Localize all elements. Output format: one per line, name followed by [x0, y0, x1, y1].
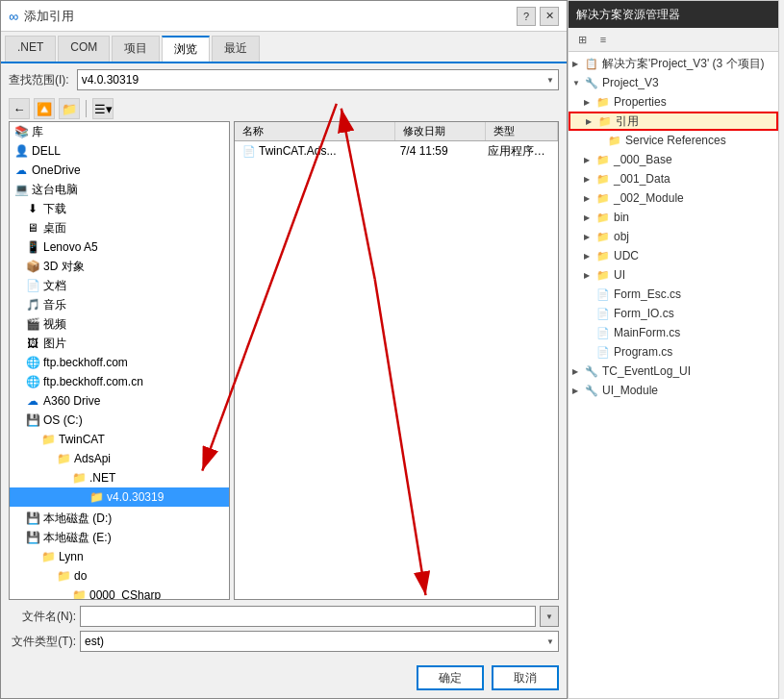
filetype-combo[interactable]: est) ▼: [80, 631, 559, 652]
se-label-project: Project_V3: [602, 76, 659, 89]
tree-item-onedrive[interactable]: ☁ OneDrive: [10, 161, 229, 180]
tree-label-drive-e: 本地磁盘 (E:): [43, 530, 112, 546]
se-mainform[interactable]: 📄 MainForm.cs: [569, 323, 778, 342]
bottom-area: 文件名(N): ▼ 文件类型(T): est) ▼: [1, 600, 567, 662]
se-program[interactable]: 📄 Program.cs: [569, 342, 778, 362]
col-name[interactable]: 名称: [235, 122, 395, 140]
se-references[interactable]: ▶ 📁 引用: [569, 112, 778, 131]
se-ui[interactable]: ▶ 📁 UI: [569, 265, 778, 285]
tab-com[interactable]: COM: [58, 36, 110, 62]
tree-item-drive-e[interactable]: 💾 本地磁盘 (E:): [10, 528, 229, 547]
tab-dotnet[interactable]: .NET: [5, 36, 56, 62]
se-002module[interactable]: ▶ 📁 _002_Module: [569, 188, 778, 208]
se-titlebar: 解决方案资源管理器: [569, 1, 778, 28]
twincat-icon: 📁: [40, 432, 56, 447]
se-label-bin: bin: [614, 211, 629, 224]
tree-item-music[interactable]: 🎵 音乐: [10, 295, 229, 314]
tree-label-lynn: Lynn: [59, 550, 84, 563]
help-button[interactable]: ?: [517, 7, 536, 26]
file-tree-panel: 📚 库 👤 DELL ☁ OneDrive 💻 这台电脑 ⬇ 下载: [9, 121, 230, 600]
tree-item-dotnet[interactable]: 📁 .NET: [10, 468, 229, 487]
se-obj[interactable]: ▶ 📁 obj: [569, 227, 778, 246]
tree-item-os-c[interactable]: 💾 OS (C:): [10, 411, 229, 430]
tree-item-adsapi[interactable]: 📁 AdsApi: [10, 449, 229, 468]
music-icon: 🎵: [25, 297, 40, 312]
tree-item-twincat[interactable]: 📁 TwinCAT: [10, 430, 229, 449]
tree-item-docs[interactable]: 📄 文档: [10, 276, 229, 295]
pictures-icon: 🖼: [25, 336, 40, 351]
search-combo[interactable]: v4.0.30319 ▼: [77, 69, 559, 90]
file-list-panel: 名称 修改日期 类型 📄 TwinCAT.Ads... 7/4 11:59 应用…: [234, 121, 559, 600]
se-label-mainform: MainForm.cs: [614, 326, 680, 339]
tree-item-video[interactable]: 🎬 视频: [10, 314, 229, 334]
bin-icon: 📁: [595, 210, 611, 225]
se-000base[interactable]: ▶ 📁 _000_Base: [569, 150, 778, 169]
tree-label-pictures: 图片: [43, 336, 66, 352]
new-folder-button[interactable]: 📁: [59, 98, 80, 119]
se-label-service: Service References: [625, 134, 726, 147]
tree-item-csharp[interactable]: 📁 0000_CSharp: [10, 586, 229, 599]
ftp1-icon: 🌐: [25, 355, 40, 370]
tree-item-ftp1[interactable]: 🌐 ftp.beckhoff.com: [10, 353, 229, 372]
tab-browse[interactable]: 浏览: [162, 36, 210, 62]
file-list-scroll[interactable]: 📄 TwinCAT.Ads... 7/4 11:59 应用程序扩展: [235, 141, 558, 599]
se-bin[interactable]: ▶ 📁 bin: [569, 208, 778, 227]
se-toolbar-btn-2[interactable]: ≡: [594, 30, 613, 49]
tree-item-desktop[interactable]: 🖥 桌面: [10, 218, 229, 237]
dialog-icon: ∞: [9, 9, 18, 24]
back-icon: ←: [13, 102, 26, 116]
tree-item-do[interactable]: 📁 do: [10, 566, 229, 586]
filename-input[interactable]: [80, 606, 536, 627]
tree-item-dell[interactable]: 👤 DELL: [10, 141, 229, 161]
file-row-0[interactable]: 📄 TwinCAT.Ads... 7/4 11:59 应用程序扩展: [235, 141, 558, 161]
se-form-esc[interactable]: 📄 Form_Esc.cs: [569, 285, 778, 304]
se-toolbar-btn-1[interactable]: ⊞: [572, 30, 592, 49]
se-label-solution: 解决方案'Project_V3' (3 个项目): [602, 56, 765, 72]
se-form-io[interactable]: 📄 Form_IO.cs: [569, 304, 778, 323]
view-button[interactable]: ☰▾: [92, 98, 114, 119]
tree-item-drive-d[interactable]: 💾 本地磁盘 (D:): [10, 509, 229, 528]
properties-icon: 📁: [595, 94, 611, 110]
drive-d-icon: 💾: [25, 511, 40, 526]
se-service-refs[interactable]: 📁 Service References: [569, 131, 778, 150]
tree-item-thispc[interactable]: 💻 这台电脑: [10, 180, 229, 199]
file-tree-scroll[interactable]: 📚 库 👤 DELL ☁ OneDrive 💻 这台电脑 ⬇ 下载: [10, 122, 229, 599]
se-solution[interactable]: ▶ 📋 解决方案'Project_V3' (3 个项目): [569, 54, 778, 73]
search-combo-arrow: ▼: [546, 76, 554, 85]
se-tc-eventlog[interactable]: ▶ 🔧 TC_EventLog_UI: [569, 362, 778, 381]
tree-item-3d[interactable]: 📦 3D 对象: [10, 257, 229, 276]
back-button[interactable]: ←: [9, 98, 30, 119]
se-udc[interactable]: ▶ 📁 UDC: [569, 246, 778, 265]
confirm-button[interactable]: 确定: [417, 665, 484, 690]
se-label-form-io: Form_IO.cs: [614, 307, 674, 320]
tree-item-pictures[interactable]: 🖼 图片: [10, 334, 229, 353]
tree-label-docs: 文档: [43, 278, 66, 294]
filename-combo-btn[interactable]: ▼: [540, 606, 559, 627]
tree-item-ftp2[interactable]: 🌐 ftp.beckhoff.com.cn: [10, 372, 229, 391]
tree-item-download[interactable]: ⬇ 下载: [10, 199, 229, 218]
se-project-v3[interactable]: ▼ 🔧 Project_V3: [569, 73, 778, 92]
tree-label-thispc: 这台电脑: [32, 182, 78, 198]
tree-item-lenovo[interactable]: 📱 Lenovo A5: [10, 237, 229, 257]
cancel-button[interactable]: 取消: [492, 665, 559, 690]
tab-recent[interactable]: 最近: [212, 36, 260, 62]
tree-item-library[interactable]: 📚 库: [10, 122, 229, 141]
se-label-obj: obj: [614, 230, 629, 243]
docs-icon: 📄: [25, 278, 40, 293]
expand-references: ▶: [586, 117, 597, 126]
tree-item-a360[interactable]: ☁ A360 Drive: [10, 391, 229, 411]
a360-icon: ☁: [25, 393, 40, 409]
forward-button[interactable]: 🔼: [34, 98, 55, 119]
col-type[interactable]: 类型: [486, 122, 558, 140]
toolbar-separator: [86, 100, 87, 117]
se-001data[interactable]: ▶ 📁 _001_Data: [569, 169, 778, 188]
tree-item-v4[interactable]: 📁 v4.0.30319: [10, 487, 229, 507]
close-button[interactable]: ✕: [540, 7, 559, 26]
col-date[interactable]: 修改日期: [395, 122, 486, 140]
solution-explorer: 解决方案资源管理器 ⊞ ≡ ▶ 📋 解决方案'Project_V3' (3 个项…: [568, 0, 779, 699]
se-ui-module[interactable]: ▶ 🔧 UI_Module: [569, 381, 778, 400]
tab-project[interactable]: 项目: [112, 36, 160, 62]
se-properties[interactable]: ▶ 📁 Properties: [569, 92, 778, 112]
tree-item-lynn[interactable]: 📁 Lynn: [10, 547, 229, 566]
expand-ui: ▶: [584, 271, 595, 280]
